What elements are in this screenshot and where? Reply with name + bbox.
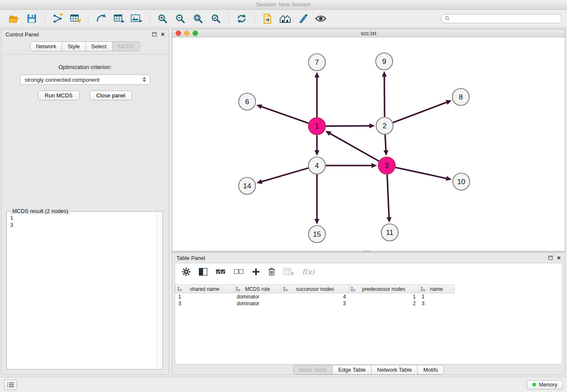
close-panel-button[interactable]: Close panel (90, 91, 132, 100)
tab-mcds[interactable]: MCDS (113, 41, 140, 51)
show-hide-eye-icon[interactable] (314, 12, 328, 25)
network-window-titlebar[interactable]: × − + scc.txt (172, 29, 565, 38)
table-cell: 3 (176, 300, 234, 307)
tab-style[interactable]: Style (62, 41, 86, 51)
graph-edge[interactable] (383, 135, 388, 156)
graph-edge[interactable] (387, 175, 392, 223)
graph-node[interactable]: 3 (378, 157, 395, 174)
table-panel-title: Table Panel (176, 255, 205, 261)
select-all-rows-icon[interactable] (216, 269, 226, 274)
tab-node-table[interactable]: Node Table (293, 365, 333, 375)
graph-node[interactable]: 6 (239, 93, 256, 110)
window-zoom-button[interactable]: + (193, 30, 198, 36)
add-column-icon[interactable] (252, 268, 260, 276)
control-panel: Control Panel × Network Style Select MCD… (1, 29, 169, 375)
table-panel-content: f(x) shared name MCDS role successor nod… (175, 263, 562, 364)
column-header-successor-nodes[interactable]: successor nodes (281, 285, 349, 293)
show-columns-icon[interactable] (199, 268, 207, 276)
app-titlebar: Session: New Session (0, 0, 567, 10)
column-type-icon (421, 287, 425, 293)
zoom-selected-icon[interactable] (209, 12, 223, 25)
column-label: shared name (190, 286, 219, 292)
graph-node-label: 3 (385, 162, 388, 170)
graph-edge[interactable] (325, 131, 379, 161)
result-scrollbar[interactable] (156, 212, 162, 369)
clone-network-icon[interactable] (261, 12, 274, 25)
column-label: predecessor nodes (362, 286, 405, 292)
import-table-icon[interactable] (69, 12, 82, 25)
table-tabs: Node Table Edge Table Network Table Moti… (172, 365, 565, 375)
import-network-icon[interactable] (51, 12, 64, 25)
graph-node[interactable]: 7 (308, 54, 325, 71)
app-title: Session: New Session (256, 1, 311, 8)
style-brush-icon[interactable] (296, 12, 310, 25)
graph-edge[interactable] (256, 104, 308, 123)
graph-node[interactable]: 15 (308, 226, 325, 243)
float-table-panel-icon[interactable] (548, 255, 553, 261)
export-image-icon[interactable] (130, 12, 143, 25)
graph-edge[interactable] (382, 71, 387, 116)
graph-edge[interactable] (314, 72, 319, 117)
network-window-title: scc.txt (361, 30, 377, 36)
table-settings-gear-icon[interactable] (182, 268, 190, 276)
graph-edge[interactable] (314, 135, 319, 156)
graph-edge[interactable] (326, 123, 375, 128)
graph-node[interactable]: 14 (239, 177, 256, 194)
tab-select[interactable]: Select (86, 41, 113, 51)
zoom-out-icon[interactable] (173, 12, 187, 25)
column-header-predecessor-nodes[interactable]: predecessor nodes (349, 285, 419, 293)
table-cell: 1 (176, 293, 234, 301)
toolbar-separator (88, 13, 88, 25)
table-row[interactable]: 3dominator323 (176, 300, 454, 307)
toolbar-search[interactable] (441, 14, 562, 23)
export-table-icon[interactable] (112, 12, 126, 25)
tab-edge-table[interactable]: Edge Table (333, 365, 372, 375)
search-input[interactable] (452, 15, 558, 22)
network-canvas[interactable]: 7968124314101511 (172, 38, 565, 251)
export-network-icon[interactable] (94, 12, 108, 25)
graph-node[interactable]: 1 (308, 118, 325, 135)
window-minimize-button[interactable]: − (184, 30, 190, 36)
task-history-button[interactable] (4, 380, 17, 390)
tab-network-table[interactable]: Network Table (372, 365, 418, 375)
column-header-shared-name[interactable]: shared name (176, 285, 234, 293)
tab-network[interactable]: Network (30, 41, 62, 51)
deselect-all-rows-icon[interactable] (234, 269, 244, 274)
open-file-icon[interactable] (7, 12, 21, 25)
save-session-icon[interactable] (25, 12, 39, 25)
graph-node[interactable]: 10 (453, 173, 470, 190)
graph-node[interactable]: 4 (308, 157, 325, 174)
window-close-button[interactable]: × (176, 30, 181, 36)
column-header-mcds-role[interactable]: MCDS role (234, 285, 281, 293)
graph-edge[interactable] (396, 168, 452, 181)
graph-edge[interactable] (394, 100, 452, 122)
tab-motifs[interactable]: Motifs (418, 365, 444, 375)
column-type-icon (283, 287, 288, 293)
column-header-name[interactable]: name (419, 285, 454, 293)
float-panel-icon[interactable] (152, 31, 157, 38)
graph-node[interactable]: 9 (376, 53, 393, 70)
toolbar-separator (254, 13, 255, 25)
column-type-icon (351, 287, 355, 293)
memory-button[interactable]: Memory (527, 380, 563, 389)
close-table-panel-icon[interactable]: × (557, 255, 561, 261)
graph-node[interactable]: 11 (381, 224, 398, 241)
criterion-value: strongly connected component (25, 77, 141, 83)
graph-edge[interactable] (256, 168, 308, 184)
delete-column-trash-icon[interactable] (268, 268, 275, 276)
table-row[interactable]: 1dominator411 (176, 293, 454, 301)
column-label: name (430, 286, 443, 292)
close-control-panel-icon[interactable]: × (161, 31, 165, 37)
graph-node[interactable]: 8 (452, 88, 469, 105)
graph-node[interactable]: 2 (376, 117, 393, 134)
graph-edge[interactable] (314, 175, 319, 224)
table-cell: dominator (234, 300, 281, 307)
houses-icon[interactable] (278, 12, 292, 25)
graph-edge[interactable] (326, 163, 377, 168)
refresh-layout-icon[interactable] (235, 12, 248, 25)
zoom-fit-icon[interactable] (191, 12, 205, 25)
zoom-in-icon[interactable] (156, 12, 169, 25)
table-cell: 1 (349, 293, 419, 301)
run-mcds-button[interactable]: Run MCDS (38, 91, 80, 100)
criterion-dropdown[interactable]: strongly connected component (20, 75, 150, 85)
